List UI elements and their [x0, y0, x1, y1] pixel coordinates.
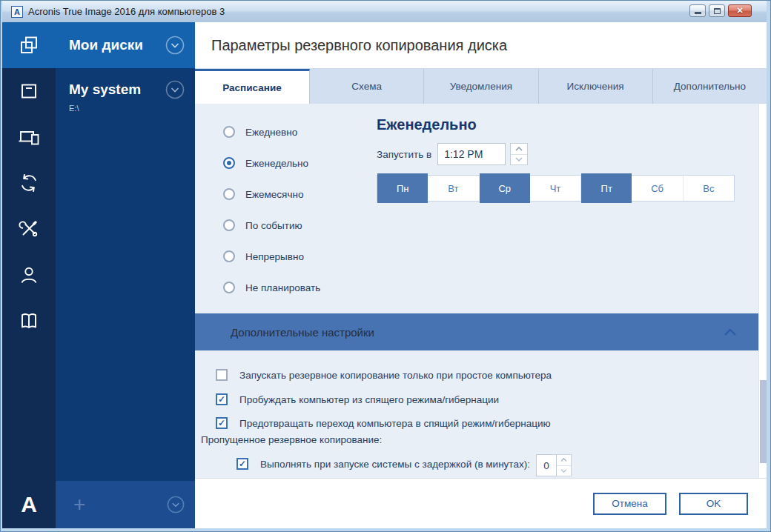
- dialog-footer: Отмена OK: [195, 478, 767, 528]
- sidebar-item-archive[interactable]: [2, 68, 56, 114]
- backup-list-item[interactable]: My system E:\: [56, 68, 195, 113]
- day-monday[interactable]: Пн: [377, 173, 428, 203]
- chevron-up-icon: [724, 329, 736, 336]
- devices-icon: [18, 127, 40, 147]
- chevron-down-icon[interactable]: [167, 496, 185, 513]
- day-thursday[interactable]: Чт: [530, 176, 581, 201]
- close-icon: ✕: [736, 7, 743, 15]
- radio-daily[interactable]: Ежедневно: [223, 126, 320, 138]
- radio-icon: [223, 250, 235, 262]
- checkbox-row-prevent-sleep[interactable]: Предотвращать переход компьютера в спящи…: [216, 417, 551, 429]
- radio-monthly[interactable]: Ежемесячно: [223, 188, 320, 200]
- checkbox-row-run-at-startup[interactable]: Выполнять при запуске системы с задержко…: [236, 458, 530, 470]
- tools-icon: [19, 219, 39, 239]
- backup-icon: [19, 35, 39, 56]
- radio-icon: [223, 188, 235, 200]
- dialog-header: Параметры резервного копирования диска: [195, 22, 767, 68]
- window-title: Acronis True Image 2016 для компьютеров …: [28, 6, 225, 17]
- account-icon: [19, 265, 39, 285]
- backup-list-footer: +: [56, 481, 195, 528]
- start-time-label: Запустить в: [377, 149, 431, 160]
- maximize-icon: [714, 8, 721, 14]
- advanced-settings-toggle[interactable]: Дополнительные настройки: [195, 313, 758, 350]
- close-button[interactable]: ✕: [728, 4, 752, 17]
- checkbox-checked-icon: [236, 458, 248, 470]
- tab-advanced[interactable]: Дополнительно: [653, 69, 767, 104]
- radio-on-event[interactable]: По событию: [223, 219, 320, 231]
- sidebar-item-tools[interactable]: [2, 206, 56, 252]
- section-selector[interactable]: Мои диски: [56, 22, 195, 68]
- time-spinner-down-button[interactable]: [511, 155, 527, 165]
- ok-button[interactable]: OK: [679, 493, 748, 515]
- time-spinner-up-button[interactable]: [511, 144, 527, 155]
- maximize-button[interactable]: [709, 4, 725, 17]
- minimize-button[interactable]: [689, 4, 706, 17]
- backup-source-drive: E:\: [69, 104, 185, 113]
- tab-bar: Расписание Схема Уведомления Исключения …: [195, 68, 767, 104]
- chevron-up-icon: [560, 458, 567, 462]
- section-label: Мои диски: [69, 37, 165, 53]
- scrollbar-thumb[interactable]: [760, 380, 767, 463]
- checkbox-row-idle-only[interactable]: Запускать резервное копирование только п…: [216, 369, 552, 381]
- vertical-scrollbar[interactable]: [758, 104, 767, 478]
- page-title: Параметры резервного копирования диска: [211, 37, 507, 54]
- tab-scheme[interactable]: Схема: [310, 69, 424, 104]
- missed-backup-label: Пропущенное резервное копирование:: [201, 434, 382, 445]
- cancel-button[interactable]: Отмена: [593, 493, 666, 515]
- day-sunday[interactable]: Вс: [684, 176, 734, 201]
- start-time-input[interactable]: [437, 143, 506, 165]
- advanced-settings-label: Дополнительные настройки: [231, 326, 724, 339]
- schedule-pane: Ежедневно Еженедельно Ежемесячно По собы…: [195, 104, 767, 478]
- delay-spinner-down-button[interactable]: [557, 466, 571, 476]
- weekly-settings-panel: Еженедельно Запустить в: [377, 116, 747, 202]
- backup-name: My system: [69, 82, 165, 98]
- chevron-up-icon: [515, 147, 523, 151]
- sync-icon: [19, 173, 39, 193]
- chevron-down-icon[interactable]: [165, 80, 185, 99]
- app-icon: A: [11, 6, 23, 18]
- weekly-heading: Еженедельно: [377, 116, 747, 133]
- sidebar-item-sync[interactable]: [2, 160, 56, 206]
- titlebar[interactable]: A Acronis True Image 2016 для компьютеро…: [2, 1, 767, 22]
- checkbox-row-wake-computer[interactable]: Пробуждать компьютер из спящего режима/г…: [216, 393, 499, 405]
- tab-schedule[interactable]: Расписание: [195, 69, 310, 104]
- sidebar-item-account[interactable]: [2, 252, 56, 298]
- radio-do-not-schedule[interactable]: Не планировать: [223, 282, 320, 293]
- app-window: A Acronis True Image 2016 для компьютеро…: [0, 0, 771, 532]
- archive-icon: [19, 81, 39, 102]
- acronis-logo: A: [2, 481, 56, 528]
- checkbox-unchecked-icon: [216, 369, 228, 381]
- checkbox-checked-icon: [216, 393, 228, 405]
- radio-icon: [223, 282, 235, 293]
- sidebar-icon-rail: A: [2, 22, 56, 528]
- radio-weekly[interactable]: Еженедельно: [223, 157, 320, 169]
- sidebar-item-devices[interactable]: [2, 114, 56, 160]
- caption-buttons: ✕: [689, 4, 752, 17]
- weekday-selector: Пн Вт Ср Чт Пт Сб Вс: [377, 175, 735, 202]
- day-friday[interactable]: Пт: [581, 173, 632, 203]
- sidebar-item-help[interactable]: [2, 298, 56, 344]
- radio-nonstop[interactable]: Непрерывно: [223, 250, 320, 262]
- sidebar-item-backup[interactable]: [2, 22, 56, 68]
- delay-minutes-input[interactable]: [536, 454, 557, 476]
- chevron-down-icon[interactable]: [165, 36, 185, 55]
- schedule-options: Ежедневно Еженедельно Ежемесячно По собы…: [223, 126, 320, 293]
- day-tuesday[interactable]: Вт: [428, 176, 479, 201]
- day-wednesday[interactable]: Ср: [480, 173, 530, 203]
- chevron-down-icon: [515, 157, 523, 162]
- book-icon: [19, 310, 39, 331]
- checkbox-checked-icon: [216, 417, 228, 429]
- dialog-main: Параметры резервного копирования диска Р…: [195, 22, 767, 528]
- radio-checked-icon: [223, 157, 235, 169]
- tab-exclusions[interactable]: Исключения: [539, 69, 653, 104]
- radio-icon: [223, 219, 235, 231]
- radio-icon: [223, 126, 235, 138]
- day-saturday[interactable]: Сб: [632, 176, 683, 201]
- add-backup-button[interactable]: +: [73, 494, 167, 515]
- tab-notifications[interactable]: Уведомления: [424, 69, 538, 104]
- delay-minutes-control: [536, 454, 572, 476]
- delay-minutes-spinner: [557, 454, 572, 476]
- time-spinner: [510, 143, 528, 165]
- chevron-down-icon: [560, 469, 567, 473]
- delay-spinner-up-button[interactable]: [557, 455, 571, 466]
